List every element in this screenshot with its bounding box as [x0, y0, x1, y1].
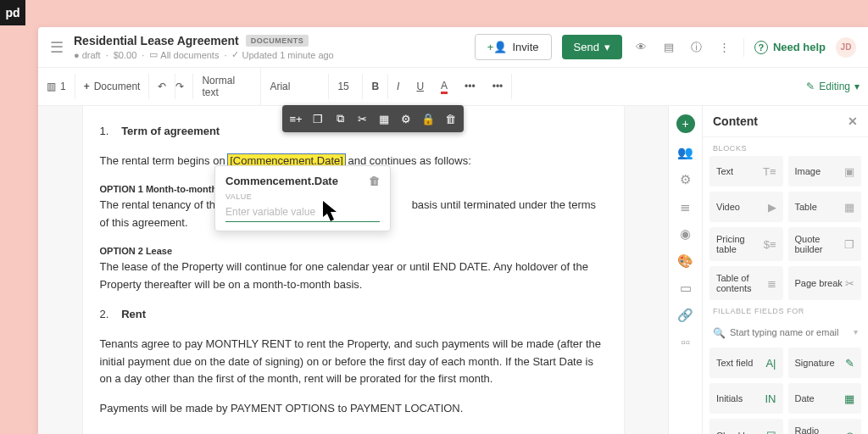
header-bar: ☰ Residential Lease Agreement DOCUMENTS … — [38, 27, 868, 68]
layout-icon[interactable]: ▭ — [680, 281, 692, 296]
block-table-of-contents[interactable]: Table of contents≣ — [709, 266, 783, 300]
field-text-field[interactable]: Text fieldA| — [709, 348, 783, 378]
panel-title: Content — [713, 114, 758, 128]
field-radio-buttons[interactable]: Radio buttons◉ — [788, 419, 862, 434]
field-label: Date — [795, 393, 815, 403]
menu-icon[interactable]: ☰ — [50, 38, 64, 57]
block-icon: ≣ — [767, 277, 776, 290]
font-size-select[interactable]: 15 — [329, 74, 363, 99]
block-label: Image — [795, 166, 821, 176]
field-icon: ◉ — [845, 430, 854, 435]
block-label: Table of contents — [716, 273, 767, 293]
bold-button[interactable]: B — [363, 74, 388, 99]
more-menu-icon[interactable]: ⋮ — [715, 37, 733, 57]
field-date[interactable]: Date▦ — [788, 383, 862, 414]
popover-var-name: Commencement.Date — [225, 175, 338, 187]
text-color-button[interactable]: A — [432, 73, 456, 101]
selection-toolbar: ≡+ ❐ ⧉ ✂ ▦ ⚙ 🔒 🗑 — [282, 105, 464, 132]
field-initials[interactable]: InitialsIN — [709, 383, 783, 414]
italic-button[interactable]: I — [388, 74, 408, 99]
mode-selector[interactable]: ✎ Editing ▾ — [798, 74, 868, 99]
option-heading: OPTION 2 Lease — [100, 244, 607, 259]
visibility-icon[interactable]: 👁 — [632, 37, 650, 57]
variable-popover: Commencement.Date 🗑 VALUE — [214, 165, 391, 231]
cut-icon[interactable]: ✂ — [352, 108, 372, 129]
search-icon: 🔍 — [713, 327, 726, 339]
more-format-2[interactable]: ••• — [484, 74, 513, 99]
block-icon: ✂ — [845, 277, 854, 290]
user-avatar[interactable]: JD — [836, 37, 856, 58]
recipients-icon[interactable]: 👥 — [677, 145, 693, 160]
field-icon: IN — [765, 392, 776, 405]
font-family-select[interactable]: Arial — [261, 74, 329, 99]
block-label: Pricing table — [716, 234, 764, 254]
fillable-heading: FILLABLE FIELDS FOR — [703, 300, 868, 319]
block-icon: ▶ — [768, 201, 776, 214]
attachment-icon[interactable]: 🔗 — [677, 308, 693, 323]
field-icon: ☑ — [766, 430, 776, 435]
blocks-heading: BLOCKS — [703, 137, 868, 156]
lock-icon[interactable]: 🔒 — [418, 108, 438, 129]
send-button[interactable]: Send ▾ — [562, 35, 622, 59]
data-icon[interactable]: ◉ — [680, 226, 691, 242]
invite-button[interactable]: +👤 Invite — [475, 34, 552, 60]
underline-button[interactable]: U — [408, 74, 432, 99]
content-panel: Content ✕ BLOCKS TextT≡Image▣Video▶Table… — [702, 106, 868, 434]
field-label: Initials — [716, 393, 743, 403]
body-text: Tenants agree to pay MONTHLY RENT to ren… — [100, 336, 607, 388]
field-signature[interactable]: Signature✎ — [788, 348, 862, 378]
block-video[interactable]: Video▶ — [709, 192, 783, 222]
duplicate-icon[interactable]: ⧉ — [330, 108, 350, 129]
block-pricing-table[interactable]: Pricing table$≡ — [709, 227, 783, 261]
pages-indicator[interactable]: ▥ 1 — [38, 74, 75, 99]
variables-icon[interactable]: ⚙ — [680, 172, 691, 187]
settings-icon[interactable]: ⚙ — [396, 108, 416, 129]
need-help-link[interactable]: ? Need help — [754, 41, 826, 54]
block-label: Quote builder — [795, 234, 845, 254]
text-style-select[interactable]: Normal text — [193, 68, 261, 105]
delete-icon[interactable]: 🗑 — [440, 108, 460, 129]
close-icon[interactable]: ✕ — [848, 114, 858, 128]
add-person-icon: +👤 — [487, 41, 508, 53]
variable-value-input[interactable] — [225, 203, 380, 222]
block-page-break[interactable]: Page break✂ — [788, 266, 862, 300]
apps-icon[interactable]: ▫▫ — [681, 335, 690, 349]
add-document[interactable]: + Document — [75, 74, 150, 99]
more-format-1[interactable]: ••• — [456, 74, 484, 99]
field-label: Text field — [716, 358, 753, 368]
document-canvas[interactable]: 1. Term of agreement The rental term beg… — [38, 106, 668, 434]
chevron-down-icon[interactable]: ▾ — [854, 327, 858, 337]
section-number: 1. — [100, 123, 119, 141]
block-icon: $≡ — [764, 238, 776, 251]
block-icon: T≡ — [763, 165, 776, 178]
doc-type-chip: DOCUMENTS — [246, 35, 309, 47]
recipient-search[interactable]: 🔍 ▾ — [713, 324, 858, 341]
right-rail: + 👥 ⚙ ≣ ◉ 🎨 ▭ 🔗 ▫▫ — [668, 106, 702, 434]
content-tab-icon[interactable]: + — [676, 114, 695, 133]
section-number: 2. — [100, 306, 119, 324]
block-label: Text — [716, 166, 733, 176]
redo-button[interactable]: ↷ — [167, 74, 193, 99]
block-quote-builder[interactable]: Quote builder❐ — [788, 227, 862, 261]
delete-variable-icon[interactable]: 🗑 — [369, 175, 380, 187]
catalog-icon[interactable]: ≣ — [680, 199, 691, 214]
section-title: Term of agreement — [121, 125, 220, 137]
copy-icon[interactable]: ❐ — [308, 108, 328, 129]
insert-icon[interactable]: ▦ — [374, 108, 394, 129]
field-checkbox[interactable]: Checkbox☑ — [709, 419, 783, 434]
block-image[interactable]: Image▣ — [788, 156, 862, 186]
field-icon: ▦ — [844, 392, 854, 405]
add-row-icon[interactable]: ≡+ — [286, 108, 306, 129]
block-text[interactable]: TextT≡ — [709, 156, 783, 186]
popover-value-label: VALUE — [225, 192, 380, 201]
breadcrumb-location[interactable]: ▭ All documents — [149, 49, 219, 60]
info-icon[interactable]: ⓘ — [687, 36, 705, 58]
section-title: Rent — [121, 308, 146, 320]
design-icon[interactable]: 🎨 — [677, 253, 693, 269]
comments-icon[interactable]: ▤ — [660, 37, 677, 57]
block-table[interactable]: Table▦ — [788, 192, 862, 222]
price: $0.00 — [114, 50, 137, 60]
recipient-search-input[interactable] — [713, 324, 858, 341]
field-icon: A| — [765, 357, 776, 370]
doc-title: Residential Lease Agreement — [74, 34, 239, 47]
